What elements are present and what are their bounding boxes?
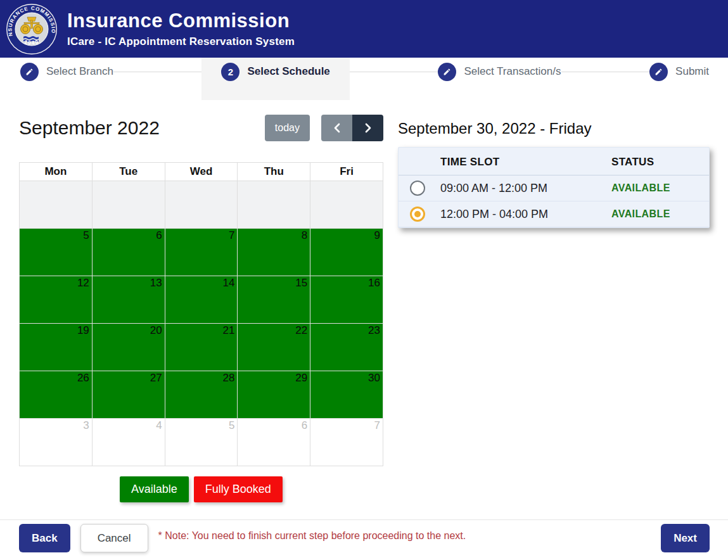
time-slot-table: TIME SLOT STATUS 09:00 AM - 12:00 PMAVAI… <box>399 148 709 227</box>
pencil-icon <box>443 68 451 76</box>
calendar-day-empty <box>92 181 165 229</box>
status-column-header: STATUS <box>608 148 709 175</box>
calendar-week-row: 2627282930 <box>20 371 383 419</box>
today-button[interactable]: today <box>265 115 310 141</box>
day-header-tue: Tue <box>92 163 165 181</box>
step-connector <box>561 72 650 72</box>
step-label: Submit <box>675 65 709 78</box>
step-connector <box>350 72 438 72</box>
slot-table-body: 09:00 AM - 12:00 PMAVAILABLE12:00 PM - 0… <box>399 175 709 227</box>
calendar-day-empty <box>238 181 310 229</box>
app-title: Insurance Commission <box>67 10 295 32</box>
day-header-mon: Mon <box>20 163 93 181</box>
calendar-day-23[interactable]: 23 <box>310 324 383 371</box>
back-button[interactable]: Back <box>19 524 70 552</box>
calendar-month-title: September 2022 <box>19 117 160 139</box>
calendar-day-19[interactable]: 19 <box>20 324 93 371</box>
step-connector <box>113 72 202 72</box>
step-number-badge: 2 <box>221 63 239 81</box>
calendar-day-empty <box>165 181 238 229</box>
calendar-toolbar: September 2022 today <box>19 113 383 143</box>
slot-status-badge: AVAILABLE <box>608 175 709 201</box>
calendar-day-7: 7 <box>310 419 383 466</box>
calendar-day-6[interactable]: 6 <box>92 229 165 276</box>
pencil-icon <box>649 63 668 81</box>
calendar-day-29[interactable]: 29 <box>238 371 310 419</box>
calendar-week-row <box>20 181 383 229</box>
day-header-fri: Fri <box>310 163 383 181</box>
radio-cell <box>399 201 437 227</box>
step-label: Select Schedule <box>247 65 329 78</box>
calendar-day-5: 5 <box>165 419 238 466</box>
step-note-text: * Note: You need to finish current step … <box>158 530 466 542</box>
calendar-day-4: 4 <box>92 419 165 466</box>
insurance-commission-seal-logo: INSURANCE COMMISSION 1949 <box>6 4 57 54</box>
calendar-day-21[interactable]: 21 <box>165 324 238 371</box>
step-submit: Submit <box>649 58 709 86</box>
slot-status-badge: AVAILABLE <box>608 201 709 227</box>
calendar-day-16[interactable]: 16 <box>310 276 383 324</box>
calendar-day-9[interactable]: 9 <box>310 229 383 276</box>
next-month-button[interactable] <box>352 115 383 141</box>
selected-date-title: September 30, 2022 - Friday <box>398 120 710 137</box>
calendar-day-15[interactable]: 15 <box>238 276 310 324</box>
app-header: INSURANCE COMMISSION 1949 Insurance Comm… <box>0 0 728 58</box>
time-slot-row[interactable]: 12:00 PM - 04:00 PMAVAILABLE <box>399 201 709 227</box>
calendar-week-row: 1213141516 <box>20 276 383 324</box>
day-header-thu: Thu <box>238 163 310 181</box>
time-slot-label: 12:00 PM - 04:00 PM <box>437 201 608 227</box>
cancel-button[interactable]: Cancel <box>80 524 148 552</box>
page: INSURANCE COMMISSION 1949 Insurance Comm… <box>0 0 728 560</box>
step-label: Select Branch <box>46 65 113 78</box>
calendar-day-12[interactable]: 12 <box>20 276 93 324</box>
radio-cell <box>399 175 437 201</box>
calendar-day-14[interactable]: 14 <box>165 276 238 324</box>
step-select-transaction-s: Select Transaction/s <box>438 58 561 86</box>
pencil-icon <box>25 68 34 76</box>
step-indicator: Select Branch2Select ScheduleSelect Tran… <box>0 58 728 100</box>
next-button[interactable]: Next <box>661 524 710 552</box>
app-subtitle: ICare - IC Appointment Reservation Syste… <box>67 35 295 48</box>
calendar-day-26[interactable]: 26 <box>20 371 93 419</box>
calendar-week-row: 1920212223 <box>20 324 383 371</box>
step-label: Select Transaction/s <box>464 65 561 78</box>
pencil-icon <box>20 63 39 81</box>
calendar-day-8[interactable]: 8 <box>238 229 310 276</box>
legend-fully-booked: Fully Booked <box>194 476 283 502</box>
calendar-nav-group <box>321 115 383 141</box>
time-slot-panel: TIME SLOT STATUS 09:00 AM - 12:00 PMAVAI… <box>398 147 710 228</box>
pencil-icon <box>655 68 663 76</box>
calendar-day-3: 3 <box>20 419 93 466</box>
calendar-day-22[interactable]: 22 <box>238 324 310 371</box>
chevron-right-icon <box>364 123 373 133</box>
footer-bar: Back Cancel * Note: You need to finish c… <box>0 519 728 560</box>
day-header-wed: Wed <box>165 163 238 181</box>
calendar-grid-body: 5678912131415161920212223262728293034567 <box>20 181 383 466</box>
schedule-section: September 30, 2022 - Friday TIME SLOT ST… <box>398 120 710 228</box>
radio-column-header <box>399 148 437 175</box>
pencil-icon <box>438 63 456 81</box>
calendar-grid: Mon Tue Wed Thu Fri 56789121314151619202… <box>19 162 383 466</box>
step-select-branch: Select Branch <box>20 58 113 86</box>
legend-available: Available <box>120 476 189 502</box>
calendar-day-28[interactable]: 28 <box>165 371 238 419</box>
calendar-day-30[interactable]: 30 <box>310 371 383 419</box>
calendar-day-20[interactable]: 20 <box>92 324 165 371</box>
calendar-week-row: 56789 <box>20 229 383 276</box>
calendar-day-27[interactable]: 27 <box>92 371 165 419</box>
slot-radio-unselected[interactable] <box>410 181 425 196</box>
time-slot-label: 09:00 AM - 12:00 PM <box>437 175 608 201</box>
calendar-section: September 2022 today <box>19 113 383 502</box>
calendar-day-7[interactable]: 7 <box>165 229 238 276</box>
calendar-day-5[interactable]: 5 <box>20 229 93 276</box>
slot-radio-selected[interactable] <box>410 207 425 222</box>
chevron-left-icon <box>333 123 342 133</box>
calendar-legend: AvailableFully Booked <box>19 476 383 502</box>
time-slot-row[interactable]: 09:00 AM - 12:00 PMAVAILABLE <box>399 175 709 201</box>
calendar-day-13[interactable]: 13 <box>92 276 165 324</box>
calendar-day-6: 6 <box>238 419 310 466</box>
prev-month-button[interactable] <box>321 115 352 141</box>
step-select-schedule: 2Select Schedule <box>201 58 349 100</box>
time-slot-column-header: TIME SLOT <box>437 148 608 175</box>
calendar-day-empty <box>310 181 383 229</box>
